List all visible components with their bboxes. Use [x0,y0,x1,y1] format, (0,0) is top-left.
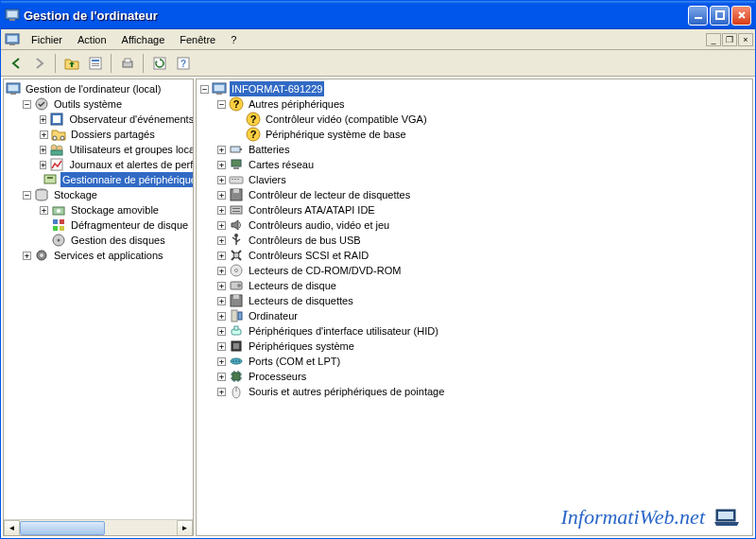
app-icon [5,8,20,23]
scope-tree[interactable]: Gestion de l'ordinateur (local) − Outils… [4,79,193,519]
maximize-button[interactable] [710,6,730,26]
refresh-button[interactable] [148,53,170,74]
expand-icon[interactable]: + [217,206,226,215]
expand-icon[interactable]: + [40,115,46,124]
cat-cdrom[interactable]: +Lecteurs de CD-ROM/DVD-ROM [217,263,752,278]
cat-ports[interactable]: +Ports (COM et LPT) [217,354,752,369]
cat-ide[interactable]: +Contrôleurs ATA/ATAPI IDE [217,202,752,217]
users-icon [49,142,64,157]
back-button[interactable] [5,53,26,74]
cat-mice[interactable]: +Souris et autres périphériques de point… [217,384,752,399]
expand-icon[interactable]: + [217,282,226,290]
menu-view[interactable]: Affichage [114,32,173,47]
cat-system-devices[interactable]: +Périphériques système [217,339,752,354]
node-label: Périphériques d'interface utilisateur (H… [247,323,440,339]
laptop-icon [713,506,741,529]
cat-disk-drives[interactable]: +Lecteurs de disque [217,278,752,293]
port-icon [229,354,244,369]
menu-file[interactable]: Fichier [24,32,70,47]
dev-base-system[interactable]: Périphérique système de base [234,127,752,142]
cat-usb[interactable]: +Contrôleurs de bus USB [217,233,752,248]
horizontal-scrollbar[interactable]: ◄ ► [4,519,193,535]
node-label: Batteries [247,142,291,157]
up-button[interactable] [60,53,82,74]
mdi-restore-button[interactable]: ❐ [722,33,737,46]
expand-icon[interactable]: + [217,191,226,200]
expand-icon[interactable]: + [217,146,226,154]
device-tree[interactable]: − INFORMAT-691229 −Autres périphériques … [197,79,752,401]
dev-video-controller[interactable]: Contrôleur vidéo (compatible VGA) [234,112,752,127]
mdi-minimize-button[interactable]: _ [706,33,721,46]
node-shared-folders[interactable]: +Dossiers partagés [40,127,193,142]
node-label: Souris et autres périphériques de pointa… [247,384,446,399]
expand-icon[interactable]: + [217,297,226,305]
expand-icon[interactable]: + [40,130,48,139]
cat-batteries[interactable]: +Batteries [217,142,752,157]
collapse-icon[interactable]: − [23,100,31,109]
cat-other-devices[interactable]: −Autres périphériques [217,96,752,112]
expand-icon[interactable]: + [217,267,226,275]
expand-icon[interactable]: + [217,161,226,169]
node-device-manager[interactable]: Gestionnaire de périphériques [40,172,193,187]
expand-icon[interactable]: + [217,342,226,351]
collapse-icon[interactable]: − [23,191,31,200]
expand-icon[interactable]: + [217,388,226,396]
cat-floppy-drives[interactable]: +Lecteurs de disquettes [217,293,752,308]
node-event-viewer[interactable]: +Observateur d'événements [40,112,193,127]
window-title: Gestion de l'ordinateur [24,9,686,23]
expand-icon[interactable]: + [40,161,46,169]
node-label: Stockage amovible [69,202,161,217]
cat-keyboards[interactable]: +Claviers [217,172,752,187]
scsi-icon [229,248,244,263]
cat-hid[interactable]: +Périphériques d'interface utilisateur (… [217,323,752,339]
watermark: InformatiWeb.net [560,505,741,530]
toolbar [1,50,755,77]
device-root[interactable]: − INFORMAT-691229 [200,81,752,96]
expand-icon[interactable]: + [217,373,226,381]
menu-help[interactable]: ? [223,32,244,47]
expand-icon[interactable]: + [40,146,46,154]
collapse-icon[interactable]: − [217,100,226,109]
scroll-left-button[interactable]: ◄ [4,520,20,536]
minimize-button[interactable] [688,6,708,26]
node-defrag[interactable]: Défragmenteur de disque [40,217,193,233]
node-computer-mgmt[interactable]: Gestion de l'ordinateur (local) [6,81,193,96]
cat-scsi[interactable]: +Contrôleurs SCSI et RAID [217,248,752,263]
expand-icon[interactable]: + [217,236,226,245]
cat-network[interactable]: +Cartes réseau [217,157,752,172]
menu-action[interactable]: Action [70,32,114,47]
node-perf-logs[interactable]: +Journaux et alertes de performances [40,157,193,172]
scroll-track[interactable] [20,520,177,535]
expand-icon[interactable]: + [217,252,226,260]
cat-sound[interactable]: +Contrôleurs audio, vidéo et jeu [217,217,752,233]
expand-icon[interactable]: + [40,206,48,215]
expand-icon[interactable]: + [23,252,31,260]
cat-processors[interactable]: +Processeurs [217,369,752,384]
node-storage[interactable]: − Stockage [23,187,193,202]
disk-icon [51,233,66,248]
scroll-right-button[interactable]: ► [177,520,193,536]
expand-icon[interactable]: + [217,357,226,366]
mdi-close-button[interactable]: × [738,33,753,46]
node-removable-storage[interactable]: +Stockage amovible [40,202,193,217]
cat-floppy-controller[interactable]: +Contrôleur de lecteur de disquettes [217,187,752,202]
node-users-groups[interactable]: +Utilisateurs et groupes locaux [40,142,193,157]
expand-icon[interactable]: + [217,221,226,230]
cat-computer[interactable]: +Ordinateur [217,308,752,323]
print-button[interactable] [116,53,138,74]
node-services-apps[interactable]: +Services et applications [23,248,193,263]
tools-icon [34,96,49,112]
scroll-thumb[interactable] [20,521,105,535]
node-system-tools[interactable]: − Outils système [23,96,193,112]
properties-button[interactable] [84,53,106,74]
menu-window[interactable]: Fenêtre [172,32,223,47]
removable-icon [51,202,66,217]
close-button[interactable] [731,6,751,26]
help-button[interactable] [172,53,194,74]
expand-icon[interactable]: + [217,312,226,321]
expand-icon[interactable]: + [217,327,226,336]
cd-icon [229,263,244,278]
collapse-icon[interactable]: − [200,85,209,94]
expand-icon[interactable]: + [217,176,226,184]
node-disk-mgmt[interactable]: Gestion des disques [40,233,193,248]
